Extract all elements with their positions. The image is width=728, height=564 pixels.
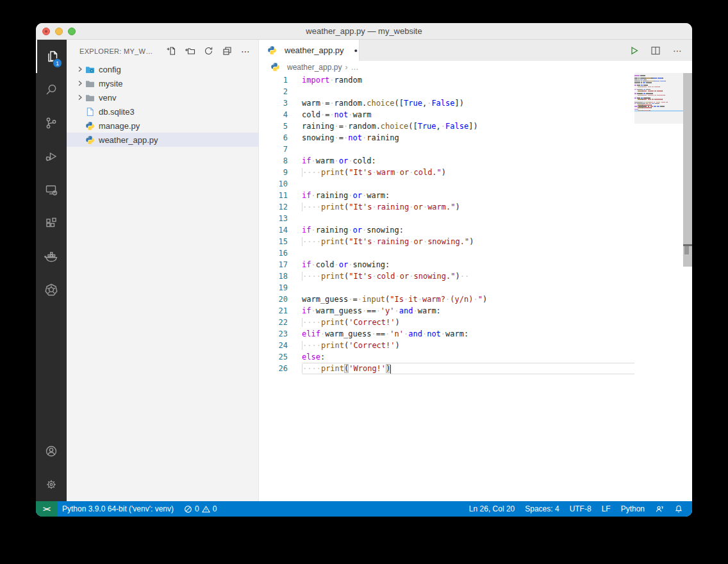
tree-item-weather_app.py[interactable]: weather_app.py [67,133,258,147]
code-line-20[interactable]: 20warm_guess·=·input("Is·it·warm?·(y/n)·… [259,294,692,305]
code-line-12[interactable]: 12····print("It's·raining·or·warm.") [259,201,692,213]
code-line-2[interactable]: 2 [259,86,692,97]
settings-button[interactable] [36,468,67,501]
breadcrumb-separator: › [345,63,347,72]
remote-indicator-button[interactable]: >< [36,501,57,517]
token: ]) [455,99,464,108]
code-line-23[interactable]: 23elif·warm_guess·==·'n'·and·not·warm: [259,328,692,340]
tree-item-mysite[interactable]: mysite [67,76,258,90]
breadcrumb[interactable]: weather_app.py › … [259,61,692,73]
code-line-5[interactable]: 5raining·=·random.choice([True,·False]) [259,120,692,132]
code-line-3[interactable]: 3warm·=·random.choice([True,·False]) [259,97,692,109]
code-line-22[interactable]: 22····print('Correct!') [259,317,692,328]
tree-item-manage.py[interactable]: manage.py [67,119,258,133]
breadcrumb-file[interactable]: weather_app.py [287,63,342,72]
python-icon [85,121,95,131]
eol-indicator[interactable]: LF [597,504,616,513]
code-line-15[interactable]: 15····print("It's·raining·or·snowing.") [259,236,692,247]
code-line-8[interactable]: 8if·warm·or·cold: [259,155,692,167]
minimize-button[interactable] [55,28,63,35]
token: not [348,133,362,142]
python-interpreter-selector[interactable]: Python 3.9.0 64-bit ('venv': venv) [57,504,179,513]
new-folder-button[interactable] [183,45,196,58]
run-debug-activity-button[interactable] [36,140,67,173]
chevron-right-icon[interactable] [76,79,85,87]
account-button[interactable] [36,435,67,468]
zoom-button[interactable] [68,28,76,35]
token: print [321,272,344,281]
encoding-indicator[interactable]: UTF-8 [565,504,597,513]
code-line-13[interactable]: 13 [259,213,692,224]
search-activity-button[interactable] [36,73,67,106]
code-line-18[interactable]: 18····print("It's·cold·or·snowing.")·· [259,270,692,282]
line-number: 19 [259,282,288,294]
file-db-icon [85,107,95,117]
feedback-button[interactable] [650,504,669,513]
split-editor-button[interactable] [649,44,663,58]
explorer-activity-button[interactable]: 1 [36,40,67,73]
tree-item-label: venv [99,93,116,103]
collapse-folders-button[interactable] [220,45,233,58]
line-content: if·warm_guess·==·'y'·and·warm: [302,305,634,317]
code-editor[interactable]: 1import·random23warm·=·random.choice([Tr… [259,73,692,501]
title-bar[interactable]: weather_app.py — my_website [36,23,692,40]
editor-more-actions-button[interactable]: ⋯ [670,44,684,58]
language-mode-indicator[interactable]: Python [616,504,650,513]
python-file-icon [267,46,277,55]
docker-activity-button[interactable] [36,240,67,273]
code-line-9[interactable]: 9····print("It's·warm·or·cold.") [259,167,692,178]
indent-whitespace: ···· [302,272,321,281]
code-line-19[interactable]: 19 [259,282,692,294]
new-file-button[interactable] [165,45,178,58]
code-line-24[interactable]: 24····print('Correct!') [259,340,692,351]
code-line-4[interactable]: 4cold·=·not·warm [259,109,692,120]
code-line-26[interactable]: 26····print('Wrong!') [259,363,692,374]
token: cold." [413,168,441,177]
tab-weather-app[interactable]: weather_app.py ● [259,40,360,61]
code-line-11[interactable]: 11if·raining·or·warm: [259,190,692,201]
code-line-14[interactable]: 14if·raining·or·snowing: [259,224,692,236]
code-line-10[interactable]: 10 [259,178,692,190]
notifications-button[interactable] [669,504,688,513]
extensions-activity-button[interactable] [36,206,67,240]
code-line-16[interactable]: 16 [259,247,692,259]
minimap-line [634,110,683,112]
remote-icon: >< [43,505,50,513]
kubernetes-activity-button[interactable] [36,273,67,306]
run-python-file-button[interactable] [627,44,641,58]
chevron-right-icon[interactable] [76,94,85,101]
code-line-21[interactable]: 21if·warm_guess·==·'y'·and·warm: [259,305,692,317]
code-line-1[interactable]: 1import·random [259,74,692,86]
chevron-right-icon[interactable] [76,65,85,73]
minimap[interactable] [634,75,683,112]
problems-indicator[interactable]: 0 0 [179,504,222,513]
close-button[interactable] [42,28,50,35]
cursor-position-indicator[interactable]: Ln 26, Col 20 [464,504,520,513]
whitespace-dots: · [372,168,376,177]
indentation-indicator[interactable]: Spaces: 4 [520,504,564,513]
source-control-activity-button[interactable] [36,106,67,140]
token: snowing [302,133,335,142]
tree-item-venv[interactable]: venv [67,90,258,104]
traffic-lights [42,23,76,39]
file-tree: configmysitevenvdb.sqlite3manage.pyweath… [67,62,258,147]
token: warm [302,99,320,108]
remote-explorer-activity-button[interactable] [36,173,67,206]
tree-item-config[interactable]: config [67,62,258,76]
code-line-17[interactable]: 17if·cold·or·snowing: [259,259,692,270]
code-line-25[interactable]: 25else: [259,351,692,363]
token: random. [348,122,381,131]
code-line-7[interactable]: 7 [259,144,692,155]
explorer-more-actions-button[interactable]: ⋯ [239,45,252,58]
vertical-scrollbar[interactable] [683,73,692,267]
vscode-window: weather_app.py — my_website 1 [36,23,692,517]
whitespace-dots: · [335,122,339,131]
refresh-explorer-button[interactable] [202,45,215,58]
tree-item-db.sqlite3[interactable]: db.sqlite3 [67,104,258,119]
line-content: if·warm·or·cold: [302,155,634,167]
line-content: raining·=·random.choice([True,·False]) [302,120,634,132]
token: ) [442,168,446,177]
tree-item-label: db.sqlite3 [99,107,135,117]
breadcrumb-more[interactable]: … [351,63,358,72]
code-line-6[interactable]: 6snowing·=·not·raining [259,132,692,144]
